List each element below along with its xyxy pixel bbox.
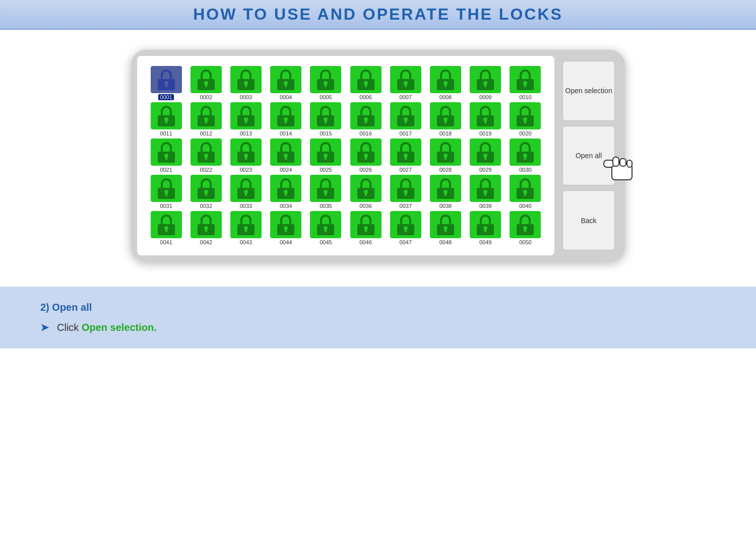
lock-item[interactable]: 0026 [347, 138, 385, 173]
lock-item[interactable]: 0003 [227, 66, 265, 100]
device-sidebar: Open selection Open all [558, 56, 619, 255]
lock-icon [270, 66, 301, 93]
lock-item[interactable]: 0046 [347, 211, 385, 245]
lock-item[interactable]: 0018 [426, 102, 464, 136]
lock-icon [310, 138, 341, 166]
back-button[interactable]: Back [562, 190, 615, 250]
lock-item[interactable]: 0023 [227, 138, 265, 173]
svg-rect-204 [627, 160, 632, 167]
lock-label: 0047 [400, 239, 412, 245]
lock-item[interactable]: 0040 [507, 175, 544, 209]
lock-icon [230, 138, 262, 166]
svg-rect-167 [205, 229, 207, 232]
open-all-button[interactable]: Open all [562, 126, 615, 186]
lock-item[interactable]: 0034 [267, 175, 305, 209]
lock-icon [151, 211, 182, 238]
lock-item[interactable]: 0036 [347, 175, 385, 209]
lock-icon [230, 102, 262, 129]
lock-item[interactable]: 0028 [426, 138, 464, 173]
lock-label: 0018 [439, 130, 452, 136]
lock-label: 0012 [200, 130, 212, 136]
lock-icon [310, 175, 341, 202]
lock-label: 0049 [479, 239, 491, 245]
lock-label: 0014 [280, 130, 292, 136]
lock-label: 0039 [479, 203, 491, 209]
lock-item[interactable]: 0045 [307, 211, 345, 245]
lock-icon [430, 211, 461, 238]
lock-icon [270, 175, 301, 202]
lock-item[interactable]: 0004 [267, 66, 305, 100]
instruction-prefix: Click [57, 322, 82, 333]
lock-label: 0038 [439, 203, 452, 209]
lock-item[interactable]: 0019 [467, 102, 505, 136]
lock-item[interactable]: 0002 [187, 66, 225, 100]
lock-icon [510, 175, 541, 202]
lock-item[interactable]: 0043 [227, 211, 265, 245]
lock-item[interactable]: 0031 [147, 175, 185, 209]
open-selection-button[interactable]: Open selection [562, 61, 615, 121]
lock-item[interactable]: 0013 [227, 102, 265, 136]
svg-rect-71 [445, 120, 447, 123]
lock-label: 0026 [359, 167, 371, 173]
lock-item[interactable]: 0048 [426, 211, 464, 245]
back-label: Back [581, 217, 596, 225]
lock-icon [191, 138, 222, 166]
lock-label: 0007 [400, 94, 412, 100]
lock-item[interactable]: 0021 [147, 138, 185, 173]
lock-item[interactable]: 0042 [187, 211, 225, 245]
lock-item[interactable]: 0032 [187, 175, 225, 209]
svg-rect-15 [285, 84, 287, 87]
lock-item[interactable]: 0007 [387, 66, 424, 100]
lock-item[interactable]: 0050 [507, 211, 544, 245]
lock-item[interactable]: 0024 [267, 138, 305, 173]
lock-item[interactable]: 0049 [467, 211, 505, 245]
lock-item[interactable]: 0039 [467, 175, 505, 209]
lock-item[interactable]: 0011 [147, 102, 185, 136]
lock-item[interactable]: 0030 [507, 138, 544, 173]
lock-item[interactable]: 0027 [387, 138, 424, 173]
lock-item[interactable]: 0009 [467, 66, 505, 100]
lock-icon [470, 138, 501, 166]
lock-item[interactable]: 0047 [387, 211, 424, 245]
device-screen: 0001000200030004000500060007000800090010… [137, 56, 554, 255]
lock-item[interactable]: 0015 [307, 102, 345, 136]
lock-item[interactable]: 0012 [187, 102, 225, 136]
lock-label: 0034 [280, 203, 292, 209]
lock-item[interactable]: 0020 [507, 102, 544, 136]
lock-item[interactable]: 0008 [426, 66, 464, 100]
lock-item[interactable]: 0035 [307, 175, 345, 209]
lock-item[interactable]: 0038 [426, 175, 464, 209]
lock-item[interactable]: 0017 [387, 102, 424, 136]
svg-rect-147 [405, 193, 407, 196]
lock-item[interactable]: 0014 [267, 102, 305, 136]
lock-label: 0027 [400, 167, 412, 173]
lock-label: 0030 [519, 167, 531, 173]
lock-item[interactable]: 0006 [347, 66, 385, 100]
lock-icon [510, 211, 541, 238]
lock-item[interactable]: 0041 [147, 211, 185, 245]
lock-item[interactable]: 0029 [467, 138, 505, 173]
lock-item[interactable]: 0037 [387, 175, 424, 209]
lock-icon [430, 138, 461, 166]
lock-item[interactable]: 0033 [227, 175, 265, 209]
lock-item[interactable]: 0001 [147, 66, 185, 100]
lock-icon [510, 102, 541, 129]
svg-rect-183 [365, 229, 367, 232]
svg-rect-139 [325, 193, 327, 196]
lock-label: 0005 [320, 94, 332, 100]
lock-item[interactable]: 0005 [307, 66, 345, 100]
svg-rect-23 [365, 84, 367, 87]
lock-label: 0043 [240, 239, 252, 245]
lock-item[interactable]: 0010 [507, 66, 544, 100]
lock-label: 0031 [160, 203, 172, 209]
lock-grid: 0001000200030004000500060007000800090010… [142, 66, 549, 245]
lock-item[interactable]: 0016 [347, 102, 385, 136]
lock-label: 0035 [320, 203, 332, 209]
lock-item[interactable]: 0044 [267, 211, 305, 245]
lock-item[interactable]: 0025 [307, 138, 345, 173]
svg-rect-95 [285, 157, 287, 160]
svg-rect-191 [445, 229, 447, 232]
lock-label: 0009 [479, 94, 491, 100]
lock-item[interactable]: 0022 [187, 138, 225, 173]
instruction-highlight: Open selection. [82, 322, 157, 333]
